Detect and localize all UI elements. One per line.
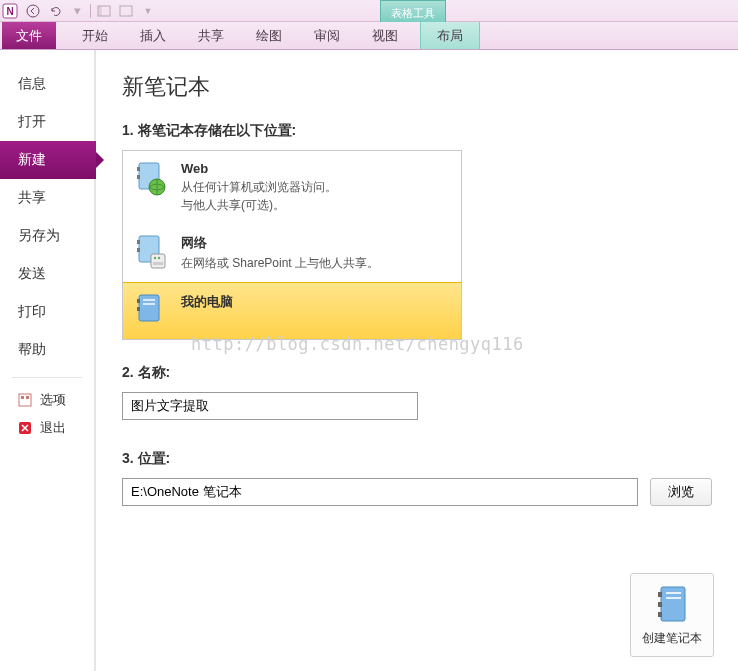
- step3-label: 3. 位置:: [122, 450, 712, 468]
- svg-rect-7: [21, 396, 24, 399]
- tab-home[interactable]: 开始: [66, 22, 124, 49]
- svg-rect-16: [137, 248, 140, 252]
- tab-review[interactable]: 审阅: [298, 22, 356, 49]
- backstage-sidebar: 信息 打开 新建 共享 另存为 发送 打印 帮助 选项 退出: [0, 50, 96, 671]
- storage-options: Web 从任何计算机或浏览器访问。 与他人共享(可选)。 网络 在网络或 Sha…: [122, 150, 462, 340]
- svg-rect-29: [658, 612, 662, 617]
- fullpage-icon[interactable]: [115, 1, 137, 21]
- svg-rect-5: [120, 6, 132, 16]
- step1-label: 1. 将笔记本存储在以下位置:: [122, 122, 712, 140]
- location-input[interactable]: [122, 478, 638, 506]
- separator: [12, 377, 82, 378]
- notebook-name-input[interactable]: [122, 392, 418, 420]
- network-notebook-icon: [135, 234, 167, 270]
- browse-button[interactable]: 浏览: [650, 478, 712, 506]
- sidebar-item-saveas[interactable]: 另存为: [0, 217, 94, 255]
- undo-icon[interactable]: [44, 1, 66, 21]
- svg-rect-17: [151, 254, 165, 268]
- svg-point-19: [158, 257, 160, 259]
- storage-option-network[interactable]: 网络 在网络或 SharePoint 上与他人共享。: [123, 224, 461, 282]
- svg-rect-12: [137, 175, 140, 179]
- create-notebook-icon: [655, 584, 689, 624]
- storage-option-web[interactable]: Web 从任何计算机或浏览器访问。 与他人共享(可选)。: [123, 151, 461, 224]
- tab-file[interactable]: 文件: [2, 22, 56, 49]
- sidebar-item-send[interactable]: 发送: [0, 255, 94, 293]
- contextual-tab-label: 表格工具: [380, 0, 446, 22]
- storage-web-desc1: 从任何计算机或浏览器访问。: [181, 178, 337, 196]
- tab-view[interactable]: 视图: [356, 22, 414, 49]
- svg-point-18: [154, 257, 156, 259]
- svg-rect-30: [666, 592, 681, 594]
- options-icon: [18, 393, 32, 407]
- create-notebook-label: 创建笔记本: [642, 630, 702, 647]
- create-notebook-button[interactable]: 创建笔记本: [630, 573, 714, 657]
- svg-rect-31: [666, 597, 681, 599]
- storage-local-title: 我的电脑: [181, 293, 233, 311]
- storage-web-desc2: 与他人共享(可选)。: [181, 196, 337, 214]
- sidebar-item-exit[interactable]: 退出: [0, 414, 94, 442]
- svg-rect-20: [153, 262, 163, 265]
- app-icon: N: [2, 3, 18, 19]
- svg-rect-15: [137, 240, 140, 244]
- svg-rect-11: [137, 167, 140, 171]
- svg-rect-4: [98, 6, 102, 16]
- title-bar: N ▾ ▼ 表格工具: [0, 0, 738, 22]
- storage-network-title: 网络: [181, 234, 379, 252]
- svg-rect-6: [19, 394, 31, 406]
- back-icon[interactable]: [22, 1, 44, 21]
- storage-web-title: Web: [181, 161, 337, 176]
- svg-text:N: N: [6, 6, 13, 17]
- sidebar-item-help[interactable]: 帮助: [0, 331, 94, 369]
- svg-point-2: [27, 5, 39, 17]
- step2-label: 2. 名称:: [122, 364, 712, 382]
- separator: [90, 4, 91, 18]
- qat-more-icon[interactable]: ▼: [137, 1, 159, 21]
- sidebar-item-new[interactable]: 新建: [0, 141, 96, 179]
- backstage-main: 新笔记本 1. 将笔记本存储在以下位置: Web 从任何计算机或浏览器访问。 与…: [96, 50, 738, 671]
- svg-rect-21: [139, 295, 159, 321]
- svg-rect-22: [137, 299, 140, 303]
- exit-label: 退出: [40, 419, 66, 437]
- sidebar-item-info[interactable]: 信息: [0, 65, 94, 103]
- tab-share[interactable]: 共享: [182, 22, 240, 49]
- options-label: 选项: [40, 391, 66, 409]
- svg-rect-8: [26, 396, 29, 399]
- svg-rect-27: [658, 592, 662, 597]
- web-notebook-icon: [135, 161, 167, 197]
- sidebar-item-options[interactable]: 选项: [0, 386, 94, 414]
- qat-dropdown-icon[interactable]: ▾: [66, 1, 88, 21]
- sidebar-item-share[interactable]: 共享: [0, 179, 94, 217]
- storage-network-desc: 在网络或 SharePoint 上与他人共享。: [181, 254, 379, 272]
- svg-rect-25: [143, 303, 155, 305]
- sidebar-item-print[interactable]: 打印: [0, 293, 94, 331]
- local-notebook-icon: [135, 293, 167, 329]
- exit-icon: [18, 421, 32, 435]
- tab-layout[interactable]: 布局: [420, 22, 480, 49]
- svg-rect-23: [137, 307, 140, 311]
- storage-option-mycomputer[interactable]: 我的电脑: [123, 282, 461, 339]
- svg-rect-24: [143, 299, 155, 301]
- backstage: 信息 打开 新建 共享 另存为 发送 打印 帮助 选项 退出 新笔记本 1. 将…: [0, 50, 738, 671]
- dock-icon[interactable]: [93, 1, 115, 21]
- svg-rect-28: [658, 602, 662, 607]
- page-title: 新笔记本: [122, 72, 712, 102]
- sidebar-item-open[interactable]: 打开: [0, 103, 94, 141]
- tab-insert[interactable]: 插入: [124, 22, 182, 49]
- tab-draw[interactable]: 绘图: [240, 22, 298, 49]
- ribbon-tabs: 文件 开始 插入 共享 绘图 审阅 视图 布局: [0, 22, 738, 50]
- contextual-tab-group: 表格工具: [380, 0, 446, 22]
